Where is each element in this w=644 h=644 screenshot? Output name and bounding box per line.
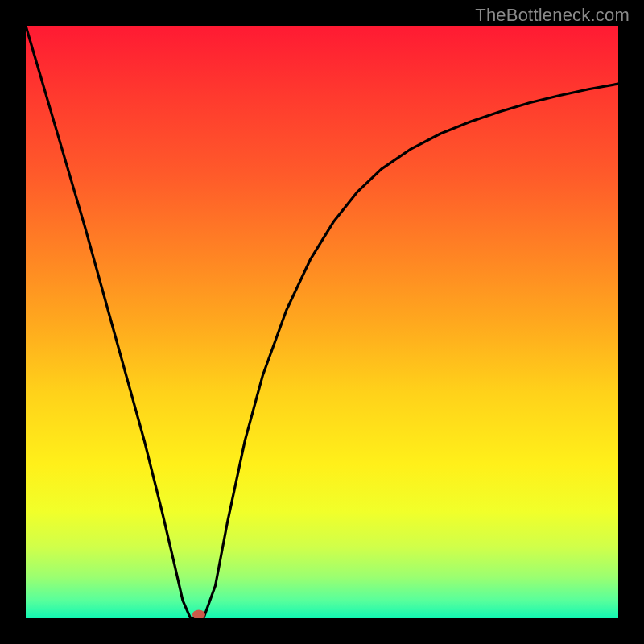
bottleneck-chart	[26, 26, 618, 618]
chart-frame: TheBottleneck.com	[0, 0, 644, 644]
plot-area	[26, 26, 618, 618]
watermark-label: TheBottleneck.com	[475, 5, 630, 26]
gradient-background	[26, 26, 618, 618]
